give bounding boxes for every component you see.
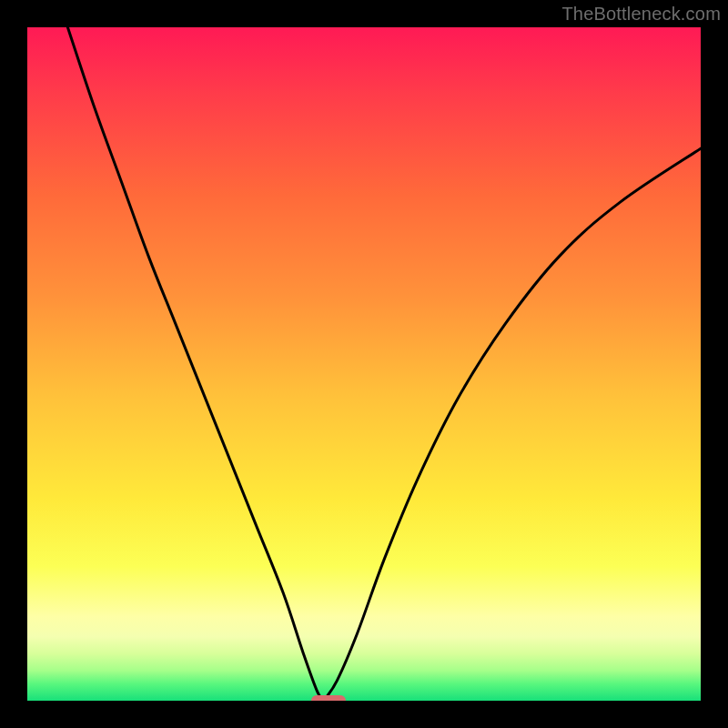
curve-right-branch (324, 148, 701, 701)
curve-left-branch (67, 27, 323, 701)
plot-area (27, 27, 701, 701)
watermark-text: TheBottleneck.com (561, 4, 721, 25)
chart-frame: TheBottleneck.com (0, 0, 728, 728)
minimum-marker (311, 695, 346, 701)
bottleneck-curve (27, 27, 701, 701)
